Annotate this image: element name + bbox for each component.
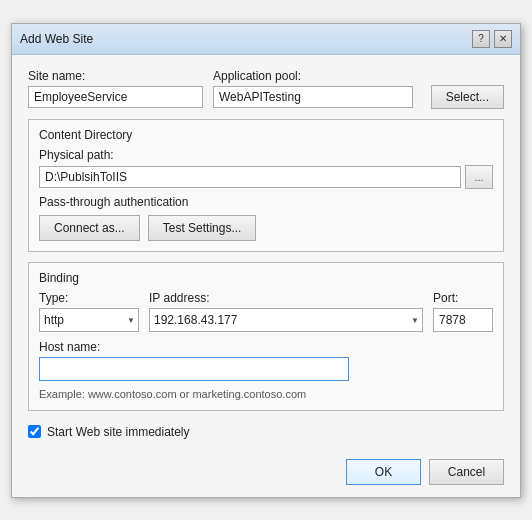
physical-path-input[interactable]: [39, 166, 461, 188]
add-website-dialog: Add Web Site ? ✕ Site name: Application …: [11, 23, 521, 498]
binding-row: Type: http https IP address: 192.168.43.…: [39, 291, 493, 332]
ip-field: IP address: 192.168.43.177 All Unassigne…: [149, 291, 423, 332]
type-label: Type:: [39, 291, 139, 305]
browse-button[interactable]: ...: [465, 165, 493, 189]
app-pool-input[interactable]: [213, 86, 413, 108]
app-pool-field: Application pool:: [213, 69, 423, 108]
port-input[interactable]: [433, 308, 493, 332]
start-website-label: Start Web site immediately: [47, 425, 190, 439]
host-name-group: Host name: Example: www.contoso.com or m…: [39, 340, 493, 400]
pass-through-label: Pass-through authentication: [39, 195, 493, 209]
type-dropdown-wrapper: http https: [39, 308, 139, 332]
start-website-checkbox[interactable]: [28, 425, 41, 438]
dialog-footer: OK Cancel: [12, 453, 520, 497]
host-name-example: Example: www.contoso.com or marketing.co…: [39, 388, 493, 400]
content-directory-title: Content Directory: [39, 128, 493, 142]
auth-buttons-row: Connect as... Test Settings...: [39, 215, 493, 241]
app-pool-group: Application pool: Select...: [213, 69, 504, 109]
start-website-row: Start Web site immediately: [28, 421, 504, 443]
binding-title: Binding: [39, 271, 493, 285]
site-name-group: Site name:: [28, 69, 203, 108]
port-label: Port:: [433, 291, 493, 305]
port-field: Port:: [433, 291, 493, 332]
close-button[interactable]: ✕: [494, 30, 512, 48]
ip-label: IP address:: [149, 291, 423, 305]
site-name-label: Site name:: [28, 69, 203, 83]
physical-path-label: Physical path:: [39, 148, 114, 162]
dialog-body: Site name: Application pool: Select... C…: [12, 55, 520, 453]
select-button[interactable]: Select...: [431, 85, 504, 109]
ip-select[interactable]: 192.168.43.177 All Unassigned: [149, 308, 423, 332]
app-pool-label: Application pool:: [213, 69, 423, 83]
title-bar-controls: ? ✕: [472, 30, 512, 48]
dialog-title: Add Web Site: [20, 32, 93, 46]
host-name-input[interactable]: [39, 357, 349, 381]
help-button[interactable]: ?: [472, 30, 490, 48]
type-field: Type: http https: [39, 291, 139, 332]
path-row: ...: [39, 165, 493, 189]
ok-button[interactable]: OK: [346, 459, 421, 485]
host-name-label: Host name:: [39, 340, 493, 354]
cancel-button[interactable]: Cancel: [429, 459, 504, 485]
binding-section: Binding Type: http https IP address:: [28, 262, 504, 411]
site-app-row: Site name: Application pool: Select...: [28, 69, 504, 109]
title-bar: Add Web Site ? ✕: [12, 24, 520, 55]
test-settings-button[interactable]: Test Settings...: [148, 215, 257, 241]
type-select[interactable]: http https: [39, 308, 139, 332]
ip-dropdown-wrapper: 192.168.43.177 All Unassigned: [149, 308, 423, 332]
connect-as-button[interactable]: Connect as...: [39, 215, 140, 241]
content-directory-section: Content Directory Physical path: ... Pas…: [28, 119, 504, 252]
site-name-input[interactable]: [28, 86, 203, 108]
